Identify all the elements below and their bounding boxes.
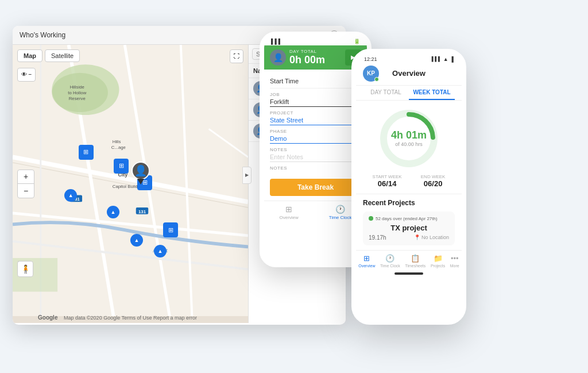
notes-input-1[interactable]: Enter Notes [270, 153, 361, 162]
project-location-text: No Location [421, 234, 449, 240]
timeclock-header-info: DAY TOTAL 0h 00m [289, 49, 339, 66]
scene: Who's Working ? [13, 14, 575, 359]
overview-nav-label: Overview [279, 215, 298, 220]
street-view-icon[interactable]: 🧍 [17, 261, 33, 277]
phase-label: PHASE [270, 129, 361, 134]
timeclock-avatar: 👤 [270, 49, 286, 66]
overview-title: Overview [384, 69, 434, 78]
week-info: Start Week 06/14 End Week 06/20 [356, 172, 462, 194]
map-pin-building-2[interactable]: ⊞ [114, 159, 129, 174]
p2-nav-timesheets[interactable]: 📋 Timesheets [405, 254, 425, 268]
job-label: JOB [270, 92, 361, 97]
project-name: TX project [369, 224, 449, 232]
p2-projects-icon: 📁 [434, 254, 443, 263]
location-pin-icon: 📍 [414, 234, 420, 240]
map-footer: Map data ©2020 Google Terms of Use Repor… [64, 315, 197, 321]
p2-timesheets-icon: 📋 [411, 254, 420, 263]
project-value[interactable]: State Street [270, 117, 361, 125]
p2-nav-more[interactable]: ••• More [450, 254, 459, 268]
kp-initials: KP [367, 70, 375, 76]
start-time-label: Start Time [270, 78, 299, 84]
p2-nav-overview[interactable]: ⊞ Overview [358, 254, 375, 268]
wifi-icon: ▲ [443, 56, 448, 62]
project-card-1[interactable]: 52 days over (ended Apr 27th) TX project… [363, 212, 455, 245]
home-bar [394, 272, 423, 275]
svg-text:C...age: C...age [111, 144, 126, 149]
person-avatar: 👤 [131, 161, 150, 180]
time-clock-nav-icon: 🕐 [335, 205, 345, 214]
day-total-label: DAY TOTAL [289, 49, 339, 54]
map-pin-3[interactable]: ▲ [130, 234, 143, 247]
progress-svg [380, 110, 438, 167]
p2-timesheets-label: Timesheets [405, 264, 425, 268]
signal-icon: ▌▌▌ [432, 56, 442, 61]
project-badge: 52 days over (ended Apr 27th) [369, 216, 449, 221]
recent-projects-section: Recent Projects 52 days over (ended Apr … [356, 194, 462, 250]
take-break-button[interactable]: Take Break [270, 179, 361, 196]
map-controls: Map Satellite [17, 49, 80, 62]
svg-text:Hillside: Hillside [70, 84, 84, 90]
window-title: Who's Working [20, 31, 65, 39]
end-week-col: End Week 06/20 [421, 174, 446, 188]
person-pin[interactable]: 👤 [130, 161, 151, 187]
notes-label-1: NOTES [270, 147, 361, 152]
kp-avatar[interactable]: KP [363, 66, 379, 82]
p2-overview-icon: ⊞ [363, 254, 370, 263]
recent-projects-title: Recent Projects [363, 199, 455, 207]
phone2-status-icons: ▌▌▌ ▲ ▐ [432, 56, 454, 62]
p2-timeclock-label: Time Clock [380, 264, 400, 268]
start-time-row: Start Time [270, 74, 361, 89]
svg-text:Hills: Hills [113, 139, 121, 144]
phone2-statusbar: 12:21 ▌▌▌ ▲ ▐ [356, 53, 462, 63]
job-field: JOB Forklift [270, 92, 361, 107]
signal-icon: ▌▌▌ [271, 39, 282, 44]
p2-more-label: More [450, 264, 459, 268]
end-week-label: End Week [421, 174, 446, 179]
phase-value[interactable]: Demo [270, 135, 361, 144]
tab-week-total[interactable]: WEEK TOTAL [409, 86, 455, 100]
end-week-date: 06/20 [421, 179, 446, 188]
phone2-time: 12:21 [364, 56, 377, 62]
start-week-col: Start Week 06/14 [373, 174, 402, 188]
satellite-tab-button[interactable]: Satellite [45, 49, 80, 62]
map-pin-building-1[interactable]: ⊞ [79, 145, 94, 160]
overview-tabs: DAY TOTAL WEEK TOTAL [356, 86, 462, 101]
map-tab-button[interactable]: Map [17, 49, 42, 62]
google-logo: Google [38, 314, 57, 321]
project-details: 19.17h 📍 No Location [369, 234, 449, 241]
zoom-in-button[interactable]: + [18, 170, 34, 184]
nav-time-clock[interactable]: 🕐 Time Clock [329, 205, 352, 220]
layer-toggle-button[interactable]: 👁 − [17, 68, 36, 82]
project-location: 📍 No Location [414, 234, 449, 240]
online-indicator [374, 77, 379, 82]
phone2-nav: ⊞ Overview 🕐 Time Clock 📋 Timesheets 📁 P… [356, 250, 462, 270]
overview-nav-icon: ⊞ [285, 205, 292, 214]
day-total-time: 0h 00m [289, 54, 339, 66]
time-clock-nav-label: Time Clock [329, 215, 352, 220]
battery-icon: 🔋 [354, 39, 360, 44]
map-pin-4[interactable]: ▲ [154, 245, 167, 257]
expand-map-button[interactable]: ⛶ [230, 49, 243, 63]
p2-timeclock-icon: 🕐 [385, 254, 394, 263]
nav-overview[interactable]: ⊞ Overview [279, 205, 298, 220]
tab-day-total[interactable]: DAY TOTAL [363, 86, 409, 100]
sidebar-expand-button[interactable]: ▶ [242, 167, 252, 184]
battery-icon: ▐ [450, 56, 454, 62]
map-area: Hillside to Hollow Reserve Hills C...age… [13, 45, 248, 323]
p2-nav-projects[interactable]: 📁 Projects [431, 254, 445, 268]
p2-nav-timeclock[interactable]: 🕐 Time Clock [380, 254, 400, 268]
phone-overview: 12:21 ▌▌▌ ▲ ▐ KP Overview DAY TOTAL WEEK… [351, 49, 466, 325]
zoom-controls: + − [17, 170, 34, 198]
p2-more-icon: ••• [451, 254, 459, 263]
progress-ring: 4h 01m of 40.00 hrs [380, 110, 438, 167]
project-label: PROJECT [270, 110, 361, 116]
project-hours: 19.17h [369, 234, 386, 241]
zoom-out-button[interactable]: − [18, 184, 34, 198]
map-pin-building-4[interactable]: ⊞ [163, 222, 178, 237]
start-week-label: Start Week [373, 174, 402, 179]
svg-text:131: 131 [138, 209, 146, 214]
overview-header: KP Overview [356, 63, 462, 86]
project-field: PROJECT State Street [270, 110, 361, 125]
svg-text:to Hollow: to Hollow [68, 90, 86, 95]
job-value[interactable]: Forklift [270, 98, 361, 107]
